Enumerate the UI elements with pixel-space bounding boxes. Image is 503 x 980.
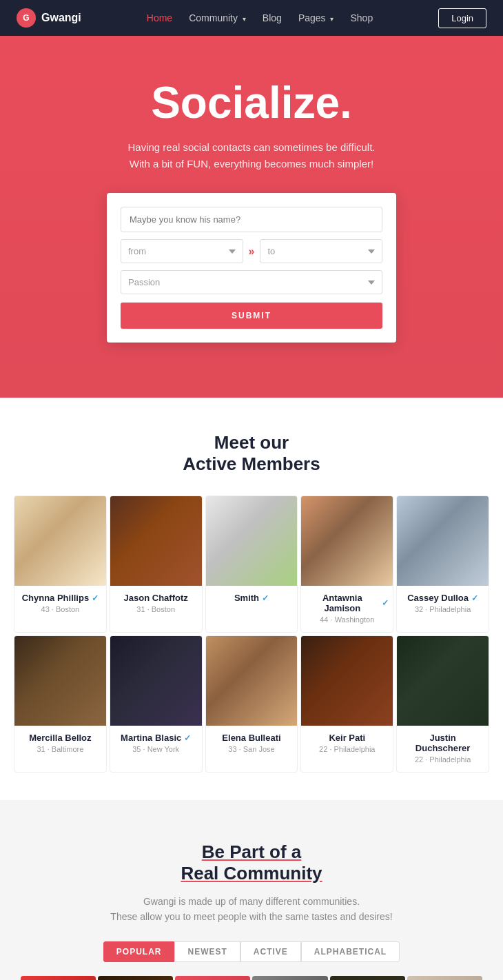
member-meta: 22 · Philadelphia [401,755,484,764]
member-card[interactable]: Chynna Phillips✓43 · Boston [14,496,107,633]
group-card[interactable]: Cooking3 MEMBERS [330,976,405,980]
search-card: from » to Passion Submit [107,193,396,343]
verified-icon: ✓ [184,733,191,743]
member-name: Jason Chaffotz [114,593,198,603]
member-meta: 32 · Philadelphia [401,605,484,613]
login-button[interactable]: Login [438,8,486,28]
community-title: Be Part of a Real Community [14,841,489,884]
hero-section: Socialize. Having real social contacts c… [0,36,503,398]
verified-icon: ✓ [471,593,478,603]
member-meta: 22 · Philadelphia [305,745,389,753]
members-title: Meet our Active Members [14,432,489,475]
member-card[interactable]: Mercilla Belloz31 · Baltimore [14,635,107,773]
community-section: Be Part of a Real Community Gwangi is ma… [0,800,503,980]
nav-link-shop[interactable]: Shop [350,12,373,24]
group-background [21,976,96,980]
member-name: Antawnia Jamison✓ [305,593,389,613]
group-card[interactable]: Manga & Anime36 MEMBERS [21,976,96,980]
member-card[interactable]: Antawnia Jamison✓44 · Washington [300,496,393,633]
hero-subtitle: Having real social contacts can sometime… [14,139,489,172]
member-meta: 35 · New York [114,745,198,753]
group-card[interactable]: Tattoo11 MEMBERS [98,976,173,980]
member-name: Smith✓ [210,593,294,603]
member-card[interactable]: Martina Blasic✓35 · New York [110,635,203,773]
group-background [407,976,482,980]
member-meta: 33 · San Jose [210,745,294,753]
member-card[interactable]: Keir Pati22 · Philadelphia [300,635,393,773]
nav-links: HomeCommunity ▾BlogPages ▾Shop [147,12,373,24]
member-name: Justin Duchscherer [401,733,484,753]
search-name-input[interactable] [121,207,382,232]
nav-link-home[interactable]: Home [147,12,172,24]
groups-grid: Manga & Anime36 MEMBERSTattoo11 MEMBERSF… [21,976,482,980]
members-section: Meet our Active Members Chynna Phillips✓… [0,398,503,800]
member-meta: 43 · Boston [19,605,102,613]
nav-link-pages[interactable]: Pages ▾ [298,12,334,24]
member-meta: 31 · Baltimore [19,745,102,753]
hero-title: Socialize. [14,77,489,128]
filter-tab-alphabetical[interactable]: Alphabetical [301,941,400,962]
age-range-row: from » to [121,239,382,263]
member-name: Elena Bulleati [210,733,294,743]
age-to-select[interactable]: to [260,239,382,263]
filter-tab-active[interactable]: Active [240,941,301,962]
member-name: Keir Pati [305,733,389,743]
filter-tab-popular[interactable]: Popular [103,941,175,962]
logo-icon: G [17,8,36,28]
logo[interactable]: G Gwangi [17,8,81,28]
group-card[interactable]: Running3 MEMBERS [252,976,327,980]
search-submit-button[interactable]: Submit [121,303,382,329]
member-meta: 44 · Washington [305,615,389,624]
member-card[interactable]: Jason Chaffotz31 · Boston [110,496,203,633]
member-name: Chynna Phillips✓ [19,593,102,603]
member-card[interactable]: Elena Bulleati33 · San Jose [205,635,298,773]
member-name: Martina Blasic✓ [114,733,198,743]
member-card[interactable]: Smith✓ [205,496,298,633]
verified-icon: ✓ [382,598,389,608]
verified-icon: ✓ [92,593,99,603]
nav-link-community[interactable]: Community ▾ [189,12,246,24]
group-card[interactable]: Flower Lovers7 MEMBERS [175,976,250,980]
community-description: Gwangi is made up of many different comm… [14,894,489,925]
filter-tabs: PopularNewestActiveAlphabetical [14,941,489,962]
group-background [175,976,250,980]
verified-icon: ✓ [262,593,269,603]
logo-text: Gwangi [41,12,81,24]
member-card[interactable]: Cassey Dulloa✓32 · Philadelphia [396,496,489,633]
members-grid: Chynna Phillips✓43 · BostonJason Chaffot… [14,496,489,773]
member-name: Cassey Dulloa✓ [401,593,484,603]
member-card[interactable]: Justin Duchscherer22 · Philadelphia [396,635,489,773]
age-from-select[interactable]: from [121,239,243,263]
filter-tab-newest[interactable]: Newest [174,941,240,962]
member-meta: 31 · Boston [114,605,198,613]
arrow-icon: » [249,245,255,258]
navigation: G Gwangi HomeCommunity ▾BlogPages ▾Shop … [0,0,503,36]
member-name: Mercilla Belloz [19,733,102,743]
nav-link-blog[interactable]: Blog [263,12,282,24]
group-background [252,976,327,980]
group-card[interactable]: Influencers3 MEMBERS [407,976,482,980]
passion-select[interactable]: Passion [121,270,382,294]
group-background [98,976,173,980]
group-background [330,976,405,980]
